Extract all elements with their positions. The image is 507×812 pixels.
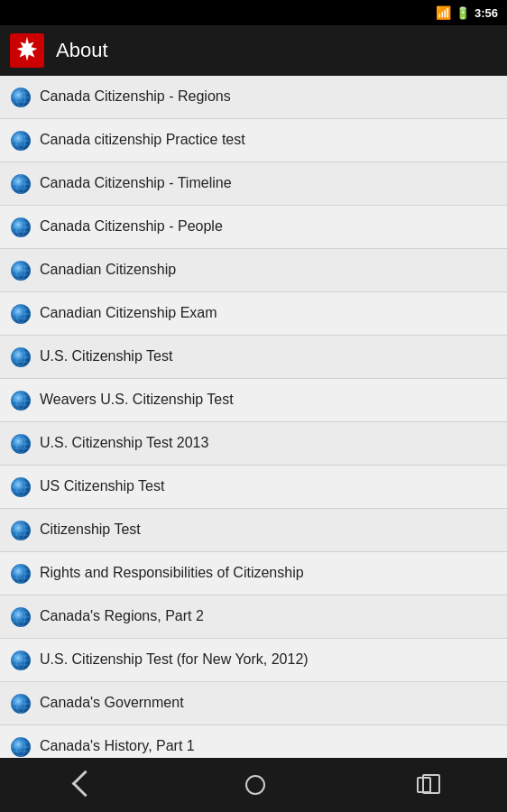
item-text: U.S. Citizenship Test 2013 — [40, 434, 208, 453]
globe-icon — [11, 88, 31, 107]
item-text: Canada Citizenship - Regions — [40, 88, 231, 106]
item-text: Canada's History, Part 1 — [40, 737, 195, 756]
list-item[interactable]: Canadian Citizenship — [0, 249, 507, 292]
list-item[interactable]: Weavers U.S. Citizenship Test — [0, 379, 507, 422]
item-text: Canada's Government — [40, 694, 184, 713]
globe-icon — [11, 477, 31, 497]
home-icon — [245, 775, 265, 795]
globe-icon — [11, 607, 31, 627]
list-item[interactable]: Canadian Citizenship Exam — [0, 292, 507, 336]
globe-icon — [11, 694, 31, 714]
item-text: US Citizenship Test — [40, 477, 164, 496]
list-container: Canada Citizenship - Regions Canada citi… — [0, 76, 507, 758]
list-item[interactable]: Canada Citizenship - Timeline — [0, 162, 507, 206]
list-item[interactable]: Canada's History, Part 1 — [0, 725, 507, 758]
globe-icon — [11, 521, 31, 540]
item-text: U.S. Citizenship Test (for New York, 201… — [40, 651, 309, 669]
globe-icon — [11, 174, 31, 194]
item-text: Rights and Responsibilities of Citizensh… — [40, 564, 304, 583]
item-text: Canadian Citizenship Exam — [40, 304, 217, 323]
wifi-icon: 📶 — [436, 5, 451, 20]
item-text: Weavers U.S. Citizenship Test — [40, 391, 234, 410]
item-text: Canada Citizenship - Timeline — [40, 174, 232, 193]
globe-icon — [11, 434, 31, 454]
globe-icon — [11, 261, 31, 281]
list-item[interactable]: Canada citizenship Practice test — [0, 119, 507, 162]
list-item[interactable]: U.S. Citizenship Test — [0, 336, 507, 379]
globe-icon — [11, 651, 31, 670]
list-item[interactable]: Canada Citizenship - People — [0, 206, 507, 249]
list-item[interactable]: Citizenship Test — [0, 509, 507, 552]
list-item[interactable]: Canada's Government — [0, 682, 507, 725]
app-logo — [9, 32, 45, 69]
battery-icon: 🔋 — [456, 6, 470, 20]
list-item[interactable]: Rights and Responsibilities of Citizensh… — [0, 552, 507, 595]
globe-icon — [11, 347, 31, 367]
globe-icon — [11, 391, 31, 411]
item-text: Citizenship Test — [40, 521, 141, 540]
back-button[interactable] — [58, 764, 113, 807]
recents-button[interactable] — [399, 770, 449, 800]
globe-icon — [11, 131, 31, 151]
app-bar: About — [0, 25, 507, 76]
globe-icon — [11, 564, 31, 584]
item-text: Canada's Regions, Part 2 — [40, 607, 204, 626]
list-item[interactable]: Canada Citizenship - Regions — [0, 76, 507, 119]
globe-icon — [11, 217, 31, 237]
item-text: U.S. Citizenship Test — [40, 347, 172, 366]
list-item[interactable]: U.S. Citizenship Test 2013 — [0, 422, 507, 466]
list-item[interactable]: US Citizenship Test — [0, 466, 507, 509]
globe-icon — [11, 737, 31, 757]
status-icons: 📶 🔋 3:56 — [436, 5, 498, 20]
nav-bar — [0, 758, 507, 812]
home-button[interactable] — [227, 768, 283, 802]
item-text: Canadian Citizenship — [40, 261, 176, 280]
recents-icon — [417, 777, 431, 793]
list-item[interactable]: U.S. Citizenship Test (for New York, 201… — [0, 639, 507, 682]
status-bar: 📶 🔋 3:56 — [0, 0, 507, 25]
clock: 3:56 — [475, 6, 498, 20]
app-title: About — [56, 39, 108, 62]
list-item[interactable]: Canada's Regions, Part 2 — [0, 595, 507, 639]
globe-icon — [11, 304, 31, 324]
item-text: Canada citizenship Practice test — [40, 131, 245, 150]
back-arrow-icon — [76, 771, 95, 799]
item-text: Canada Citizenship - People — [40, 217, 223, 236]
